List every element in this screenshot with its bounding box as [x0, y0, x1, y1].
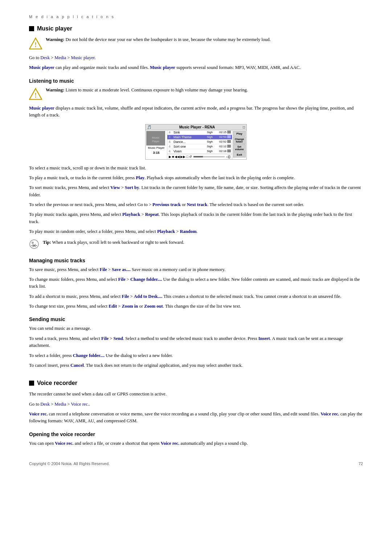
para-text-size: To change text size, press Menu, and sel… [29, 303, 363, 310]
progress-fill [193, 156, 203, 157]
track-time: 02:18 [217, 149, 226, 153]
square-icon-2 [29, 381, 34, 386]
set-volume-btn[interactable]: Set volume [233, 144, 246, 152]
para-cancel-insert: To cancel insert, press Cancel. The trac… [29, 362, 363, 369]
svg-point-7 [30, 240, 38, 249]
playback-link-2[interactable]: Playback [157, 229, 175, 234]
change-folder-link-2[interactable]: Change folder.... [73, 353, 105, 358]
exit-btn[interactable]: Exit [233, 152, 246, 157]
voice-rec-open-link-2[interactable]: Voice rec. [161, 441, 179, 446]
screenshot-titlebar: 🎵 Music Player - RENA □ [146, 124, 246, 130]
screenshot-title: Music Player - RENA [179, 125, 215, 129]
para-sort-tracks: To sort music tracks, press Menu, and se… [29, 184, 363, 198]
change-folder-link[interactable]: Change folder.... [130, 277, 162, 282]
add-to-desk-link[interactable]: Add to Desk.... [134, 294, 163, 299]
para-select-track: To select a music track, scroll up or do… [29, 165, 363, 172]
tip-icon [29, 239, 39, 251]
track-time: 02:15 [217, 131, 226, 134]
file-link-4[interactable]: File [101, 336, 109, 341]
shuffle-btn[interactable]: □ [186, 155, 188, 159]
play-side-btn[interactable]: Play [233, 131, 246, 136]
copyright-text: Copyright © 2004 Nokia. All Rights Reser… [29, 461, 110, 466]
track-bar [227, 135, 231, 138]
track-artist: Sigh [207, 131, 217, 134]
para-send-intro: You can send music as a message. [29, 325, 363, 332]
zoom-in-link[interactable]: Zoom in [122, 304, 138, 309]
next-btn[interactable]: ▶▶ [180, 155, 185, 159]
nav-desk-link[interactable]: Desk [40, 55, 50, 60]
view-link[interactable]: View [110, 185, 120, 190]
section-title-music-player: Music player [29, 25, 363, 32]
svg-text:Player: Player [152, 140, 160, 143]
svg-text:!: ! [34, 92, 37, 99]
previous-track-link[interactable]: Previous track [152, 202, 181, 207]
nav-media-link[interactable]: Media [54, 55, 66, 60]
warning-text-1: Warning: Do not hold the device near you… [46, 36, 271, 43]
para-add-shortcut: To add a shortcut to music, press Menu, … [29, 293, 363, 300]
play-link[interactable]: Play [136, 175, 144, 180]
volume-icon: ◁|) [226, 155, 230, 159]
track-artist: Sigh [207, 135, 217, 139]
file-link-2[interactable]: File [118, 277, 126, 282]
voice-rec-link-2[interactable]: Voice rec. [320, 411, 339, 416]
send-link[interactable]: Send [114, 336, 123, 341]
section-title-voice-recorder: Voice recorder [29, 380, 363, 386]
para-select-folder: To select a folder, press Change folder.… [29, 352, 363, 359]
listening-description: Music player displays a music track list… [29, 105, 363, 119]
screenshot-container: 🎵 Music Player - RENA □ Music Player Mus… [29, 124, 363, 160]
prev-btn[interactable]: ◀◀ [175, 155, 180, 159]
play-btn[interactable]: ▶ [169, 155, 171, 159]
nav-media-link-2[interactable]: Media [54, 402, 66, 407]
opening-voice-description: You can open Voice rec. and select a fil… [29, 440, 363, 447]
tip-text: Tip: When a track plays, scroll left to … [43, 239, 184, 246]
track-row: ♫ Sink Sigh 02:15 [167, 130, 232, 135]
track-bar [227, 149, 231, 152]
insert-link[interactable]: Insert [258, 336, 270, 341]
track-artist: Sigh [207, 140, 217, 144]
para-change-folders: To change music folders, press Menu, and… [29, 276, 363, 290]
track-row-selected: ♫ Main Theme Sigh 02:53 [167, 135, 232, 140]
track-name: Dance... [173, 140, 207, 144]
track-name: Main Theme [173, 135, 207, 139]
track-bar [227, 145, 231, 148]
desc-music-link-2[interactable]: Music player [150, 65, 175, 70]
repeat-link[interactable]: Repeat [145, 212, 159, 217]
voice-rec-link-1[interactable]: Voice rec. [29, 411, 48, 416]
listening-music-link[interactable]: Music player [29, 106, 54, 111]
warning-box-1: ! Warning: Do not hold the device near y… [29, 36, 363, 50]
repeat-btn[interactable]: ↺ [189, 155, 192, 159]
zoom-out-link[interactable]: Zoom out [144, 304, 163, 309]
save-as-link[interactable]: Save as.... [112, 267, 131, 272]
nav-musicplayer-link[interactable]: Music player. [71, 55, 96, 60]
para-repeat: To play music tracks again, press Menu, … [29, 211, 363, 225]
stop-btn[interactable]: ■ [172, 155, 174, 159]
voice-rec-open-link-1[interactable]: Voice rec. [55, 441, 73, 446]
random-link[interactable]: Random [180, 229, 197, 234]
file-link-3[interactable]: File [122, 294, 129, 299]
sort-by-link[interactable]: Sort by [125, 185, 139, 190]
screenshot-minimize: □ [243, 125, 245, 129]
change-folder-btn[interactable]: Change folder [233, 137, 246, 144]
track-row: ♫ Sort one Sigh 02:12 [167, 144, 232, 149]
voice-recorder-description-2: Voice rec. can record a telephone conver… [29, 411, 363, 425]
cancel-link[interactable]: Cancel [70, 363, 84, 368]
album-art: Music Player [146, 131, 165, 145]
edit-link[interactable]: Edit [109, 304, 117, 309]
next-track-link[interactable]: Next track [187, 202, 208, 207]
para-prev-next-track: To select the previous or next track, pr… [29, 201, 363, 208]
warning-icon-2: ! [29, 87, 42, 100]
warning-box-2: ! Warning: Listen to music at a moderate… [29, 87, 363, 100]
file-link-1[interactable]: File [100, 267, 107, 272]
para-send-track: To send a track, press Menu, and select … [29, 335, 363, 349]
playback-link-1[interactable]: Playback [122, 212, 140, 217]
track-icon: ♫ [168, 135, 173, 139]
nav-desk-link-2[interactable]: Desk [40, 402, 50, 407]
nav-voicerec-link[interactable]: Voice rec.. [71, 402, 90, 407]
track-time: 02:12 [217, 145, 226, 148]
track-icon: ♫ [168, 140, 173, 144]
nav-path-music: Go to Desk > Media > Music player. [29, 54, 363, 61]
nav-path-voice: Go to Desk > Media > Voice rec.. [29, 401, 363, 408]
track-time: 02:53 [217, 135, 226, 139]
track-row: ♫ Dance... Sigh 02:52 [167, 140, 232, 144]
desc-music-link-1[interactable]: Music player [29, 65, 54, 70]
